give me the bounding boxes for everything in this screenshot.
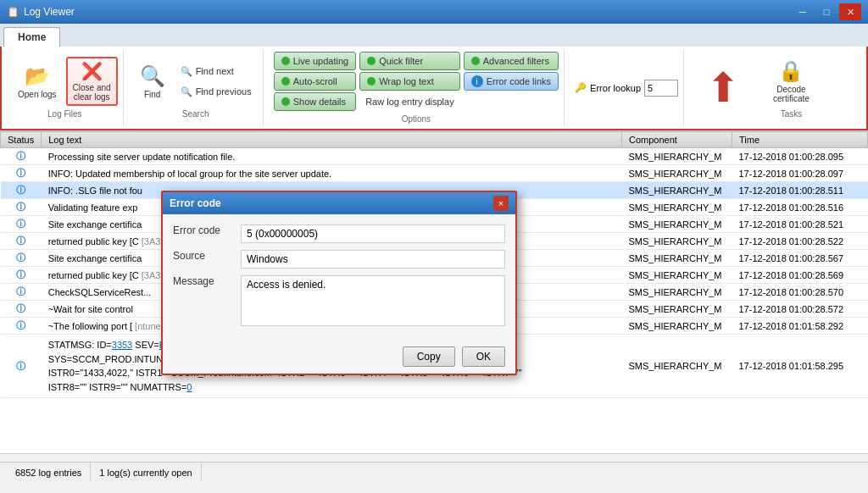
col-header-log-text: Log text	[42, 132, 622, 148]
quick-filter-indicator	[367, 57, 376, 65]
horizontal-scrollbar[interactable]	[0, 453, 868, 462]
dialog-close-button[interactable]: ×	[493, 196, 509, 211]
decode-certificate-button[interactable]: 🔒 Decode certificate	[767, 57, 815, 106]
find-button[interactable]: 🔍 Find	[134, 57, 171, 106]
restore-button[interactable]: □	[815, 3, 837, 20]
source-label: Source	[173, 250, 241, 262]
live-updating-indicator	[281, 57, 290, 65]
find-next-icon: 🔍	[181, 66, 192, 77]
status-bar: 6852 log entries 1 log(s) currently open	[0, 462, 868, 482]
close-button[interactable]: ✕	[839, 3, 861, 20]
time-cell: 17-12-2018 01:00:28.511	[732, 182, 868, 199]
component-cell: SMS_HIERARCHY_M	[622, 267, 732, 284]
toggle-buttons-extra: Advanced filters i Error code links	[464, 52, 559, 111]
ribbon-content: 📂 Open logs ❌ Close and clear logs Log F…	[0, 47, 868, 130]
live-updating-button[interactable]: Live updating	[274, 52, 356, 70]
error-lookup-icon: 🔑	[575, 82, 587, 93]
app-title: Log Viewer	[24, 6, 75, 18]
info-icon: i	[471, 75, 483, 87]
component-cell: SMS_HIERARCHY_M	[622, 199, 732, 216]
link-numattrs[interactable]: 0	[186, 382, 192, 392]
dialog-title: Error code	[170, 197, 221, 209]
logs-open-count: 1 log(s) currently open	[91, 463, 201, 482]
find-previous-button[interactable]: 🔍 Find previous	[175, 82, 258, 101]
component-cell: SMS_HIERARCHY_M	[622, 216, 732, 233]
info-status-icon: ⓘ	[16, 361, 25, 371]
error-code-label: Error code	[173, 224, 241, 236]
component-cell: SMS_HIERARCHY_M	[622, 182, 732, 199]
error-lookup-input[interactable]	[644, 80, 678, 97]
group-error-lookup: 🔑 Error lookup	[570, 50, 684, 125]
info-status-icon: ⓘ	[16, 235, 25, 246]
show-details-button[interactable]: Show details	[274, 92, 356, 111]
log-text-cell: INFO: Updated membership of local group …	[42, 165, 622, 182]
error-code-links-button[interactable]: i Error code links	[464, 72, 559, 91]
time-cell: 17-12-2018 01:00:28.570	[732, 284, 868, 301]
group-tasks: 🔒 Decode certificate Tasks	[762, 50, 821, 125]
log-text-cell: Processing site server update notificati…	[42, 148, 622, 165]
group-search: 🔍 Find 🔍 Find next 🔍 Find previous Searc…	[129, 50, 264, 125]
arrow-hint: ⬆	[689, 50, 757, 125]
table-row[interactable]: ⓘ Processing site server update notifica…	[1, 148, 868, 165]
group-log-files: 📂 Open logs ❌ Close and clear logs Log F…	[7, 50, 124, 125]
time-cell: 17-12-2018 01:00:28.516	[732, 199, 868, 216]
status-cell: ⓘ	[1, 335, 42, 398]
time-cell: 17-12-2018 01:00:28.521	[732, 216, 868, 233]
wrap-log-text-button[interactable]: Wrap log text	[359, 72, 460, 91]
status-cell: ⓘ	[1, 318, 42, 335]
status-cell: ⓘ	[1, 301, 42, 318]
info-status-icon: ⓘ	[16, 219, 25, 229]
open-logs-button[interactable]: 📂 Open logs	[12, 57, 63, 106]
component-cell: SMS_HIERARCHY_M	[622, 284, 732, 301]
time-cell: 17-12-2018 01:00:28.569	[732, 267, 868, 284]
status-cell: ⓘ	[1, 284, 42, 301]
decode-cert-icon: 🔒	[778, 59, 804, 83]
auto-scroll-button[interactable]: Auto-scroll	[274, 72, 356, 91]
title-bar: 📋 Log Viewer ─ □ ✕	[0, 0, 868, 24]
component-cell: SMS_HIERARCHY_M	[622, 335, 732, 398]
link-3353[interactable]: 3353	[112, 340, 132, 350]
advanced-filters-indicator	[471, 57, 480, 65]
info-status-icon: ⓘ	[16, 269, 25, 280]
status-cell: ⓘ	[1, 148, 42, 165]
source-value: Windows	[241, 250, 505, 269]
ribbon: Home 📂 Open logs ❌ Close and clear logs …	[0, 24, 868, 131]
group-options: Live updating Auto-scroll Show details Q…	[269, 50, 565, 125]
tab-home[interactable]: Home	[3, 27, 60, 47]
error-code-value: 5 (0x00000005)	[241, 224, 505, 243]
info-status-icon: ⓘ	[16, 185, 25, 195]
raw-log-entry-display-button[interactable]: Raw log entry display	[359, 92, 460, 111]
component-cell: SMS_HIERARCHY_M	[622, 301, 732, 318]
error-code-dialog: Error code × Error code 5 (0x00000005) S…	[161, 191, 517, 375]
close-logs-icon: ❌	[81, 61, 103, 81]
time-cell: 17-12-2018 01:00:28.522	[732, 233, 868, 250]
find-next-button[interactable]: 🔍 Find next	[175, 62, 258, 80]
info-status-icon: ⓘ	[16, 320, 25, 330]
quick-filter-button[interactable]: Quick filter	[359, 52, 460, 70]
time-cell: 17-12-2018 01:00:28.567	[732, 250, 868, 267]
col-header-status: Status	[1, 132, 42, 148]
close-and-clear-button[interactable]: ❌ Close and clear logs	[66, 57, 118, 106]
toggle-buttons-left: Live updating Auto-scroll Show details	[274, 52, 356, 111]
error-code-row: Error code 5 (0x00000005)	[173, 224, 505, 243]
dialog-header: Error code ×	[163, 192, 515, 214]
minimize-button[interactable]: ─	[792, 3, 814, 20]
wrap-log-text-indicator	[367, 77, 376, 86]
table-row[interactable]: ⓘ INFO: Updated membership of local grou…	[1, 165, 868, 182]
toggle-buttons-right: Quick filter Wrap log text Raw log entry…	[359, 52, 460, 111]
col-header-component: Component	[622, 132, 732, 148]
component-cell: SMS_HIERARCHY_M	[622, 250, 732, 267]
advanced-filters-button[interactable]: Advanced filters	[464, 52, 559, 70]
time-cell: 17-12-2018 01:01:58.295	[732, 335, 868, 398]
message-value: Access is denied.	[241, 275, 505, 326]
ok-button[interactable]: OK	[462, 346, 505, 367]
component-cell: SMS_HIERARCHY_M	[622, 233, 732, 250]
app-icon: 📋	[7, 6, 19, 18]
status-cell: ⓘ	[1, 182, 42, 199]
find-nav-buttons: 🔍 Find next 🔍 Find previous	[175, 62, 258, 101]
ribbon-tabs: Home	[0, 24, 868, 47]
auto-scroll-indicator	[281, 77, 290, 86]
info-status-icon: ⓘ	[16, 151, 25, 161]
copy-button[interactable]: Copy	[403, 346, 455, 367]
message-label: Message	[173, 275, 241, 287]
